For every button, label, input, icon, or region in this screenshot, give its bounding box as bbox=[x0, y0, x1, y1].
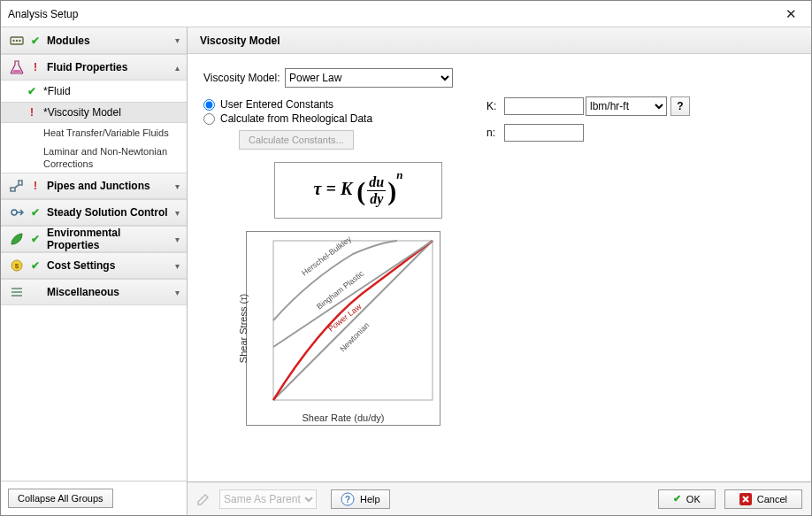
plot-xlabel: Shear Rate (du/dy) bbox=[247, 412, 440, 423]
radio-user-entered[interactable]: User Entered Constants bbox=[203, 98, 433, 111]
help-icon: ? bbox=[341, 492, 355, 506]
modules-icon bbox=[8, 32, 26, 50]
sidebar-group-modules[interactable]: ✔ Modules ▾ bbox=[1, 27, 187, 54]
list-icon bbox=[8, 283, 26, 301]
chevron-down-icon: ▾ bbox=[175, 208, 180, 218]
form-panel: Viscosity Model: Power Law User Entered … bbox=[188, 54, 811, 481]
viscosity-model-select[interactable]: Power Law bbox=[285, 68, 453, 88]
sidebar: ✔ Modules ▾ ! Fluid Properties ▴ ✔ *Flui… bbox=[1, 27, 188, 515]
status-ok-icon: ✔ bbox=[26, 85, 38, 97]
section-title: Viscosity Model bbox=[200, 35, 280, 47]
flask-icon bbox=[8, 58, 26, 76]
sidebar-item-viscosity-model[interactable]: ! *Viscosity Model bbox=[1, 102, 187, 123]
n-input[interactable] bbox=[504, 124, 584, 142]
radio-user-entered-input[interactable] bbox=[203, 99, 215, 111]
calculate-constants-button: Calculate Constants... bbox=[239, 130, 354, 150]
group-label: Cost Settings bbox=[47, 259, 175, 272]
group-label: Steady Solution Control bbox=[47, 206, 175, 219]
window-title: Analysis Setup bbox=[8, 8, 778, 20]
svg-point-3 bbox=[19, 39, 20, 41]
main-panel: Viscosity Model Viscosity Model: Power L… bbox=[188, 27, 811, 515]
nav-tree: ✔ Modules ▾ ! Fluid Properties ▴ ✔ *Flui… bbox=[1, 27, 187, 481]
chevron-down-icon: ▾ bbox=[175, 261, 180, 271]
status-ok-icon: ✔ bbox=[29, 233, 42, 245]
sidebar-group-steady-solution[interactable]: ✔ Steady Solution Control ▾ bbox=[1, 199, 187, 226]
sidebar-group-cost[interactable]: $ ✔ Cost Settings ▾ bbox=[1, 252, 187, 279]
plot-ylabel: Shear Stress (τ) bbox=[238, 294, 249, 363]
svg-point-1 bbox=[12, 39, 14, 41]
equation: τ = K (dudy)n bbox=[314, 174, 403, 207]
status-error-icon: ! bbox=[29, 180, 42, 192]
radio-rheological[interactable]: Calculate from Rheological Data bbox=[203, 112, 433, 125]
radio-rheological-input[interactable] bbox=[203, 113, 215, 125]
chevron-down-icon: ▾ bbox=[175, 235, 180, 244]
footer: Same As Parent ? Help ✔ OK Cancel bbox=[188, 481, 811, 515]
group-label: Pipes and Junctions bbox=[47, 180, 175, 192]
check-icon: ✔ bbox=[673, 493, 681, 504]
svg-text:Newtonian: Newtonian bbox=[338, 320, 371, 353]
solution-icon bbox=[8, 204, 26, 221]
status-ok-icon: ✔ bbox=[29, 259, 42, 272]
sidebar-footer: Collapse All Groups bbox=[1, 481, 187, 515]
status-error-icon: ! bbox=[29, 61, 42, 73]
chevron-up-icon: ▴ bbox=[175, 63, 180, 73]
svg-text:$: $ bbox=[15, 262, 19, 270]
status-ok-icon: ✔ bbox=[29, 206, 42, 219]
k-input[interactable] bbox=[504, 97, 584, 115]
svg-point-4 bbox=[11, 210, 17, 215]
edit-icon bbox=[196, 492, 211, 506]
k-label: K: bbox=[486, 100, 504, 112]
svg-point-2 bbox=[16, 39, 18, 41]
leaf-icon bbox=[8, 230, 26, 248]
section-header: Viscosity Model bbox=[188, 27, 811, 54]
cost-icon: $ bbox=[8, 257, 26, 274]
chevron-down-icon: ▾ bbox=[175, 35, 180, 45]
sidebar-item-heat-transfer[interactable]: Heat Transfer/Variable Fluids bbox=[1, 123, 187, 142]
radio-label: Calculate from Rheological Data bbox=[220, 112, 372, 125]
svg-line-8 bbox=[273, 241, 433, 400]
svg-line-9 bbox=[273, 241, 433, 347]
group-label: Miscellaneous bbox=[47, 286, 175, 298]
sidebar-item-label: *Fluid bbox=[43, 85, 71, 97]
sidebar-item-label: *Viscosity Model bbox=[43, 106, 121, 119]
sidebar-group-miscellaneous[interactable]: Miscellaneous ▾ bbox=[1, 279, 187, 305]
sidebar-group-fluid-properties[interactable]: ! Fluid Properties ▴ bbox=[1, 54, 187, 81]
status-ok-icon: ✔ bbox=[29, 35, 42, 47]
status-error-icon: ! bbox=[26, 106, 38, 119]
close-icon[interactable]: ✕ bbox=[778, 6, 804, 22]
titlebar: Analysis Setup ✕ bbox=[1, 1, 811, 27]
sidebar-group-environmental[interactable]: ✔ Environmental Properties ▾ bbox=[1, 226, 187, 252]
cancel-button[interactable]: Cancel bbox=[724, 489, 802, 509]
same-as-parent-select: Same As Parent bbox=[219, 489, 317, 509]
viscosity-model-label: Viscosity Model: bbox=[203, 72, 285, 84]
sidebar-item-laminar-corrections[interactable]: Laminar and Non-Newtonian Corrections bbox=[1, 142, 187, 173]
sidebar-group-pipes-junctions[interactable]: ! Pipes and Junctions ▾ bbox=[1, 173, 187, 199]
group-label: Fluid Properties bbox=[47, 61, 175, 73]
pipes-icon bbox=[8, 177, 26, 195]
n-label: n: bbox=[486, 127, 504, 139]
ok-button[interactable]: ✔ OK bbox=[658, 489, 716, 509]
svg-text:?: ? bbox=[345, 495, 350, 504]
rheology-plot: Herschel-Bulkley Bingham Plastic Power L… bbox=[246, 231, 440, 426]
help-k-button[interactable]: ? bbox=[670, 96, 690, 116]
chevron-down-icon: ▾ bbox=[175, 288, 180, 297]
radio-label: User Entered Constants bbox=[220, 98, 333, 111]
group-label: Environmental Properties bbox=[47, 227, 175, 251]
sidebar-item-fluid[interactable]: ✔ *Fluid bbox=[1, 81, 187, 102]
chevron-down-icon: ▾ bbox=[175, 181, 180, 191]
sidebar-item-label: Laminar and Non-Newtonian Corrections bbox=[43, 145, 180, 170]
group-label: Modules bbox=[47, 35, 175, 47]
collapse-all-button[interactable]: Collapse All Groups bbox=[8, 489, 113, 508]
sidebar-item-label: Heat Transfer/Variable Fluids bbox=[43, 127, 169, 139]
cancel-icon bbox=[739, 493, 752, 505]
help-button[interactable]: ? Help bbox=[331, 489, 390, 509]
k-units-select[interactable]: lbm/hr-ft bbox=[586, 96, 667, 116]
equation-box: τ = K (dudy)n bbox=[274, 162, 442, 219]
